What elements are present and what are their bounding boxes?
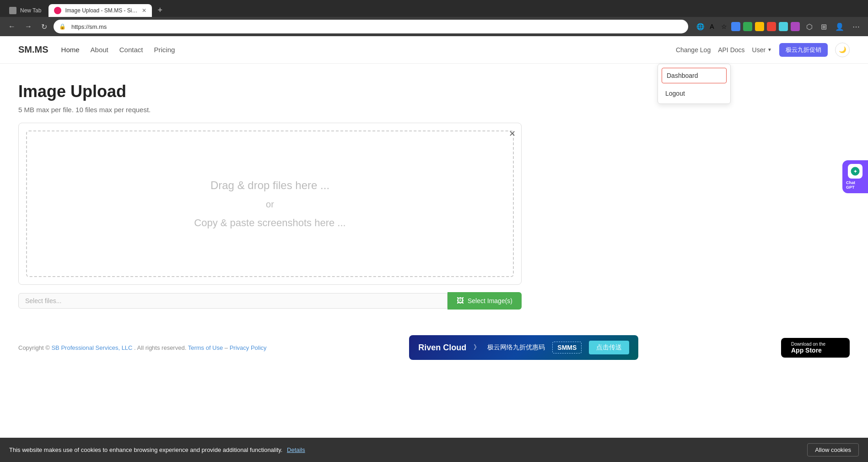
file-placeholder: Select files...: [25, 297, 61, 304]
footer-banner: Riven Cloud 》 极云网络九折优惠码 SMMS 点击传送: [409, 335, 638, 360]
extension2-icon[interactable]: [743, 22, 752, 31]
svg-text:✦: ✦: [853, 169, 857, 174]
address-bar[interactable]: 🔒 https://sm.ms: [54, 20, 688, 33]
favorites-bar-button[interactable]: ⊞: [818, 21, 830, 33]
main-content: Image Upload 5 MB max per file. 10 files…: [0, 64, 868, 319]
banner-brand: Riven Cloud: [418, 343, 466, 353]
separator-text: –: [225, 344, 230, 351]
navbar: SM.MS Home About Contact Pricing Change …: [0, 36, 868, 64]
app-store-small-text: Download on the: [791, 342, 825, 347]
nav-home[interactable]: Home: [61, 46, 80, 54]
app-store-text: Download on the App Store: [791, 342, 825, 354]
tab-favicon-inactive: [9, 7, 16, 14]
tab-inactive[interactable]: New Tab: [4, 4, 47, 17]
read-icon[interactable]: A: [707, 22, 717, 31]
upload-container: ✕ Drag & drop files here ... or Copy & p…: [18, 123, 522, 285]
upload-close-button[interactable]: ✕: [509, 129, 516, 139]
tab-bar: New Tab Image Upload - SM.MS - Simple ✕ …: [0, 0, 868, 17]
drop-or-text: or: [266, 199, 274, 210]
extension1-icon[interactable]: [731, 22, 740, 31]
favorites-icon[interactable]: ☆: [719, 22, 728, 31]
extension6-icon[interactable]: [791, 22, 800, 31]
api-docs-link[interactable]: API Docs: [718, 46, 744, 54]
nav-about[interactable]: About: [91, 46, 108, 54]
drop-paste-text: Copy & paste screenshots here ...: [194, 217, 345, 229]
address-text: https://sm.ms: [71, 23, 107, 30]
browser-chrome: New Tab Image Upload - SM.MS - Simple ✕ …: [0, 0, 868, 36]
copyright-text: Copyright ©: [18, 344, 50, 351]
banner-text: 极云网络九折优惠码: [487, 343, 545, 352]
nav-pricing[interactable]: Pricing: [154, 46, 175, 54]
browser-toolbar-icons: 🌐 A ☆: [695, 22, 800, 31]
user-dropdown: Dashboard Logout: [658, 64, 731, 104]
collections-button[interactable]: ⬡: [803, 21, 815, 33]
footer-copyright: Copyright © SB Professional Services, LL…: [18, 344, 267, 351]
nav-links: Home About Contact Pricing: [61, 46, 175, 54]
chatgpt-logo: ✦: [848, 164, 863, 179]
back-button[interactable]: ←: [5, 21, 18, 33]
changelog-link[interactable]: Change Log: [676, 46, 711, 54]
chatgpt-widget[interactable]: ✦ Chat GPT: [842, 160, 868, 193]
company-link[interactable]: SB Professional Services, LLC: [51, 344, 132, 351]
app-store-large-text: App Store: [791, 347, 825, 354]
moon-icon: 🌙: [839, 46, 846, 53]
navbar-left: SM.MS Home About Contact Pricing: [18, 44, 175, 55]
dropdown-logout[interactable]: Logout: [658, 85, 730, 102]
browser-right-icons: ⬡ ⊞ 👤 ⋯: [803, 21, 863, 33]
footer: Copyright © SB Professional Services, LL…: [0, 328, 868, 367]
select-images-label: Select Image(s): [468, 297, 512, 304]
page-subtitle: 5 MB max per file. 10 files max per requ…: [18, 106, 850, 114]
user-label: User: [752, 46, 766, 54]
promo-button[interactable]: 极云九折促销: [779, 43, 828, 57]
reload-button[interactable]: ↻: [38, 21, 50, 33]
forward-button[interactable]: →: [22, 21, 35, 33]
banner-cta-button[interactable]: 点击传送: [589, 341, 629, 354]
extension5-icon[interactable]: [779, 22, 788, 31]
tab-active[interactable]: Image Upload - SM.MS - Simple ✕: [49, 4, 152, 17]
lock-icon: 🔒: [59, 23, 66, 30]
nav-contact[interactable]: Contact: [119, 46, 143, 54]
profile-button[interactable]: 👤: [832, 21, 847, 33]
banner-code: SMMS: [552, 342, 582, 353]
new-tab-button[interactable]: +: [154, 4, 166, 17]
settings-button[interactable]: ⋯: [850, 21, 863, 33]
terms-link[interactable]: Terms of Use: [188, 344, 223, 351]
translate-icon[interactable]: 🌐: [695, 22, 705, 31]
address-bar-row: ← → ↻ 🔒 https://sm.ms 🌐 A ☆ ⬡ ⊞ 👤 ⋯: [0, 17, 868, 36]
user-menu-button[interactable]: User ▼: [752, 46, 772, 54]
extension4-icon[interactable]: [767, 22, 776, 31]
site-wrapper: SM.MS Home About Contact Pricing Change …: [0, 36, 868, 367]
drop-zone[interactable]: Drag & drop files here ... or Copy & pas…: [26, 130, 514, 277]
privacy-link[interactable]: Privacy Policy: [230, 344, 267, 351]
file-input-display: Select files...: [18, 293, 447, 309]
banner-arrow: 》: [474, 343, 480, 352]
user-caret-icon: ▼: [767, 47, 772, 52]
image-icon: 🖼: [457, 297, 464, 305]
navbar-right: Change Log API Docs User ▼ 极云九折促销 🌙: [676, 43, 850, 57]
select-images-button[interactable]: 🖼 Select Image(s): [447, 292, 522, 310]
extension3-icon[interactable]: [755, 22, 764, 31]
app-store-badge[interactable]: Download on the App Store: [781, 338, 850, 358]
tab-label: Image Upload - SM.MS - Simple: [65, 7, 138, 14]
file-select-row: Select files... 🖼 Select Image(s): [18, 292, 522, 310]
tab-favicon: [54, 7, 61, 14]
rights-text: . All rights reserved.: [134, 344, 186, 351]
drop-text-line1: Drag & drop files here ...: [210, 179, 329, 192]
tab-label-inactive: New Tab: [20, 7, 41, 14]
tab-close-button[interactable]: ✕: [142, 7, 146, 14]
brand-logo[interactable]: SM.MS: [18, 44, 49, 55]
dark-mode-toggle[interactable]: 🌙: [835, 43, 850, 57]
dropdown-dashboard[interactable]: Dashboard: [662, 68, 727, 83]
chatgpt-label: Chat GPT: [846, 180, 864, 190]
